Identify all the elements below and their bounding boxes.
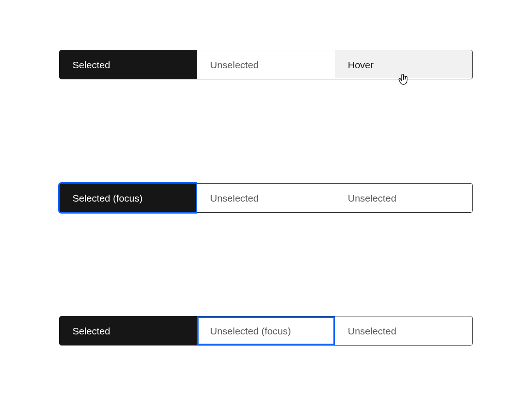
content-switcher-example-focus-unselected: Selected Unselected (focus) Unselected (0, 266, 532, 399)
segment-label: Hover (348, 60, 374, 70)
segment-unselected[interactable]: Unselected (335, 184, 472, 212)
segment-label: Unselected (348, 193, 396, 203)
content-switcher-example-focus-selected: Selected (focus) Unselected Unselected (0, 133, 532, 266)
segment-selected[interactable]: Selected (60, 50, 197, 79)
segment-label: Unselected (210, 193, 259, 203)
segment-label: Unselected (348, 326, 396, 336)
segment-selected-focus[interactable]: Selected (focus) (60, 184, 197, 212)
segment-unselected[interactable]: Unselected (197, 184, 335, 212)
segment-hover[interactable]: Hover (335, 50, 472, 79)
segment-unselected[interactable]: Unselected (335, 316, 472, 345)
segment-label: Selected (73, 60, 110, 70)
content-switcher: Selected Unselected Hover (59, 50, 473, 79)
segment-label: Unselected (focus) (210, 326, 291, 336)
segment-divider (335, 191, 335, 205)
segment-label: Selected (73, 326, 110, 336)
segment-label: Selected (focus) (73, 193, 143, 203)
segment-label: Unselected (210, 60, 259, 70)
content-switcher: Selected (focus) Unselected Unselected (59, 183, 473, 213)
segment-selected[interactable]: Selected (60, 316, 197, 345)
content-switcher-example-states: Selected Unselected Hover (0, 0, 532, 133)
segment-unselected[interactable]: Unselected (197, 50, 335, 79)
content-switcher: Selected Unselected (focus) Unselected (59, 316, 473, 345)
segment-unselected-focus[interactable]: Unselected (focus) (197, 316, 335, 345)
